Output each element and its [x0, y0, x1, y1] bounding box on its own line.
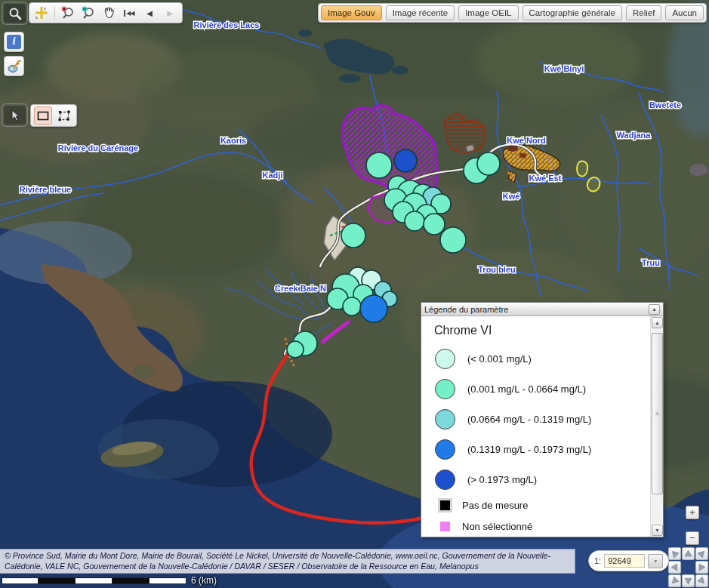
scale-segment	[76, 577, 113, 584]
scale-segment	[113, 577, 150, 584]
legend-panel: Légende du paramètre ▲ Chrome VI (< 0.00…	[421, 302, 664, 537]
station-marker[interactable]	[360, 295, 387, 322]
next-extent-icon[interactable]: ▶	[161, 5, 179, 21]
legend-scrollbar[interactable]: ▲ ≡ ▼	[650, 316, 663, 537]
basemap-button-image-recente[interactable]: Image récente	[386, 5, 455, 20]
station-marker[interactable]	[477, 152, 500, 175]
scrollbar-thumb[interactable]: ≡	[652, 333, 663, 494]
caret-down-icon: ▼	[653, 559, 658, 564]
polygon-select-icon	[58, 110, 71, 122]
legend-swatch-unselected	[440, 522, 450, 531]
north-west-icon	[669, 548, 681, 560]
station-marker[interactable]	[405, 211, 424, 231]
scale-bar-label: 6 (km)	[191, 575, 217, 586]
pan-hand-icon[interactable]	[100, 5, 118, 21]
zoom-out-icon[interactable]	[79, 5, 97, 21]
legend-swatch-class3	[435, 409, 455, 429]
legend-swatch-class1	[435, 349, 455, 369]
station-marker[interactable]	[366, 152, 392, 178]
south-west-icon	[669, 575, 681, 587]
legend-item: Non sélectionné	[434, 516, 663, 537]
station-marker[interactable]	[287, 341, 304, 358]
north-icon	[684, 550, 692, 558]
scroll-down-button[interactable]: ▼	[652, 525, 663, 536]
scroll-down-icon: ▼	[655, 528, 660, 533]
map-label: Kwé Est	[529, 174, 562, 183]
pan-north-east-button[interactable]	[695, 547, 708, 560]
info-button[interactable]: i	[4, 32, 24, 52]
scroll-up-button[interactable]: ▲	[652, 317, 663, 328]
overview-magnifier-button[interactable]	[2, 2, 28, 25]
map-label: Truu	[642, 258, 660, 267]
coordinates-xy-icon[interactable]: y x	[32, 5, 51, 21]
polygon-select-button[interactable]	[55, 106, 73, 125]
scroll-up-icon: ▲	[655, 320, 660, 325]
pan-east-button[interactable]	[695, 561, 708, 574]
legend-item: (> 0.1973 mg/L)	[434, 464, 663, 494]
first-extent-icon[interactable]: ◀◀	[120, 5, 138, 21]
pan-north-button[interactable]	[682, 547, 695, 560]
south-east-icon	[696, 575, 708, 587]
nav-pad-center	[682, 561, 695, 574]
scale-dropdown-button[interactable]: ▼	[648, 554, 663, 568]
rectangle-select-button[interactable]	[34, 106, 52, 125]
legend-item: (0.0664 mg/L - 0.1319 mg/L)	[434, 404, 663, 434]
zoom-in-icon[interactable]	[59, 5, 77, 21]
scale-segment	[150, 577, 186, 584]
sketch-tools-button[interactable]	[4, 56, 24, 76]
sketch-tools-icon	[7, 59, 22, 74]
pointer-tool-button[interactable]	[2, 103, 28, 127]
map-label: Rivière du Carénage	[58, 143, 138, 152]
legend-label: (0.0664 mg/L - 0.1319 mg/L)	[467, 414, 591, 425]
legend-swatch-class5	[435, 469, 455, 490]
panel-expand-button[interactable]: +	[686, 506, 699, 519]
pan-south-west-button[interactable]	[668, 574, 681, 587]
scale-input[interactable]	[604, 554, 645, 568]
map-label: Creek Baie N	[275, 284, 326, 293]
yellow-outline-zone	[577, 161, 587, 176]
map-label: Rivière des Lacs	[194, 20, 260, 29]
pan-south-button[interactable]	[682, 574, 695, 587]
legend-item: (0.001 mg/L - 0.0664 mg/L)	[434, 374, 663, 404]
map-label: Wadjana	[617, 131, 652, 140]
pan-north-west-button[interactable]	[668, 547, 681, 560]
legend-swatch-no-measure	[440, 500, 450, 510]
basemap-button-cartographie[interactable]: Cartographie générale	[523, 5, 622, 20]
legend-item: (< 0.001 mg/L)	[434, 343, 663, 374]
scale-segment	[2, 577, 39, 584]
station-marker[interactable]	[341, 223, 365, 248]
station-marker[interactable]	[440, 227, 466, 253]
legend-swatch-class2	[435, 379, 455, 399]
map-label: Kadji	[263, 171, 283, 180]
basemap-button-relief[interactable]: Relief	[626, 5, 661, 20]
legend-panel-header[interactable]: Légende du paramètre ▲	[421, 303, 663, 316]
station-marker[interactable]	[343, 297, 361, 316]
basemap-switcher: Image Gouv Image récente Image OEIL Cart…	[318, 3, 707, 23]
pan-south-east-button[interactable]	[695, 574, 708, 587]
west-icon	[670, 563, 679, 571]
basemap-button-image-gouv[interactable]: Image Gouv	[321, 5, 382, 20]
station-marker[interactable]	[394, 149, 417, 172]
scale-control: 1: ▼	[588, 550, 669, 571]
legend-parameter-title: Chrome VI	[434, 324, 663, 337]
legend-item: Pas de mesure	[434, 494, 663, 516]
collapse-arrow-up-icon: ▲	[652, 306, 657, 312]
rectangle-select-icon	[37, 111, 49, 121]
basemap-button-aucun[interactable]: Aucun	[665, 5, 704, 20]
pan-west-button[interactable]	[668, 561, 681, 574]
previous-extent-icon[interactable]: ◀	[140, 5, 159, 21]
panel-collapse-button[interactable]: −	[686, 531, 699, 545]
legend-header-title: Légende du paramètre	[424, 305, 508, 314]
legend-label: Pas de mesure	[462, 500, 528, 511]
toolbar-separator	[54, 6, 55, 20]
magnifier-icon	[8, 7, 22, 20]
legend-collapse-button[interactable]: ▲	[649, 304, 660, 315]
legend-label: (< 0.001 mg/L)	[467, 353, 532, 365]
scale-segment	[39, 577, 76, 584]
basemap-button-image-oeil[interactable]: Image OEIL	[458, 5, 518, 20]
map-label: Trou bleu	[478, 265, 516, 274]
thumb-grip-icon: ≡	[655, 410, 659, 417]
map-label: Kwé Nord	[507, 136, 545, 145]
station-marker[interactable]	[424, 214, 445, 235]
pan-nav-pad	[668, 547, 708, 587]
